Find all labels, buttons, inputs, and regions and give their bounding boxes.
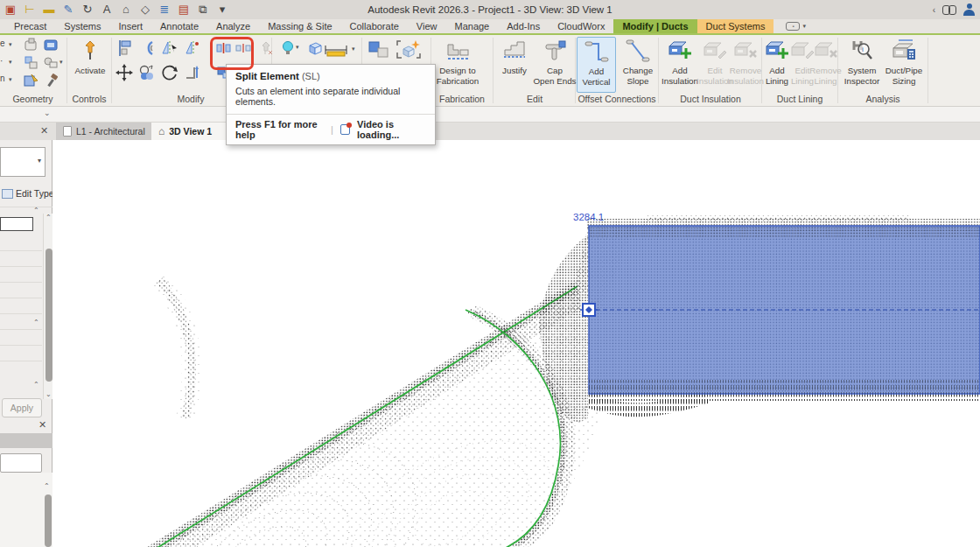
- mirror-draw-axis-icon[interactable]: [184, 39, 201, 57]
- scrollbar-thumb[interactable]: [46, 249, 52, 382]
- browser-search-input[interactable]: [0, 453, 42, 473]
- join-geometry-icon[interactable]: [42, 54, 60, 72]
- sun-settings-icon[interactable]: ◇: [138, 0, 152, 19]
- tab-add-ins[interactable]: Add-Ins: [498, 19, 549, 33]
- duct-connector-handle[interactable]: [580, 304, 598, 316]
- default-3d-view-icon[interactable]: ⌂: [119, 0, 133, 19]
- design-to-fabrication-button[interactable]: Design to Fabrication: [434, 38, 481, 92]
- selected-duct-element[interactable]: [589, 226, 980, 394]
- trim-extend-icon[interactable]: [184, 64, 201, 81]
- mirror-pick-axis-icon[interactable]: [161, 39, 178, 57]
- system-inspector-button[interactable]: i System Inspector: [842, 38, 882, 92]
- scroll-up-icon[interactable]: ⌃: [46, 214, 52, 221]
- property-value-input[interactable]: [0, 217, 33, 231]
- dropdown-caret-icon[interactable]: ▾: [9, 41, 12, 48]
- system-inspector-icon: i: [849, 38, 875, 64]
- panel-collapse-chevron-icon[interactable]: ⌄: [44, 109, 51, 117]
- duct-dimension-label[interactable]: 3284.1: [573, 212, 604, 222]
- quick-access-toolbar[interactable]: ▣ ⊢ ▬ ✎ ↻ A ⌂ ◇ ≣ ▤ ⧉ ▾: [0, 0, 229, 19]
- offset-icon[interactable]: [138, 39, 156, 57]
- tab-view[interactable]: View: [408, 19, 446, 33]
- change-slope-button[interactable]: Change Slope: [619, 38, 657, 92]
- text-icon[interactable]: A: [100, 0, 114, 19]
- tab-collaborate[interactable]: Collaborate: [341, 19, 408, 33]
- edit-type-button[interactable]: Edit Type: [2, 188, 54, 199]
- panel-label-geometry: Geometry: [0, 93, 66, 105]
- dropdown-caret-icon[interactable]: ▾: [9, 76, 12, 83]
- cut-profile-icon[interactable]: [42, 37, 60, 54]
- duct-pipe-sizing-button[interactable]: Duct/Pipe Sizing: [882, 38, 926, 92]
- add-insulation-button[interactable]: Add Insulation: [662, 38, 698, 92]
- section-collapse-icon[interactable]: ⌃: [33, 207, 39, 214]
- dropdown-caret-icon[interactable]: ▾: [352, 46, 355, 53]
- remove-insulation-button-disabled[interactable]: Remove Insulation: [729, 38, 762, 92]
- cap-open-ends-button[interactable]: Cap Open Ends: [535, 38, 575, 92]
- tab-duct-systems[interactable]: Duct Systems: [697, 19, 774, 33]
- rotate-icon[interactable]: [161, 64, 178, 81]
- search-binoculars-icon[interactable]: [942, 5, 956, 15]
- dropdown-caret-icon[interactable]: ▾: [60, 59, 63, 66]
- tab-insert[interactable]: Insert: [109, 19, 151, 33]
- tab-precast[interactable]: Precast: [5, 19, 55, 33]
- add-insulation-icon: [667, 38, 693, 64]
- unpin-icon-disabled[interactable]: [257, 39, 275, 57]
- drawing-area-3d-view[interactable]: 3284.1: [52, 140, 980, 547]
- copy-icon[interactable]: [138, 64, 156, 81]
- scroll-up-icon[interactable]: ⌃: [44, 483, 50, 490]
- undo-icon[interactable]: ↻: [80, 0, 94, 19]
- align-icon[interactable]: [116, 39, 133, 57]
- close-hidden-icon[interactable]: ▤: [177, 0, 191, 19]
- project-browser-tree[interactable]: ⌃: [0, 473, 52, 547]
- type-selector[interactable]: ▾: [0, 147, 46, 177]
- move-icon[interactable]: [116, 64, 133, 81]
- activate-button[interactable]: Activate: [70, 38, 110, 92]
- revit-window: ▣ ⊢ ▬ ✎ ↻ A ⌂ ◇ ≣ ▤ ⧉ ▾ Autodesk Revit 2…: [0, 0, 980, 547]
- button-label-line: Change: [623, 66, 653, 75]
- dropdown-caret-icon[interactable]: ▾: [9, 59, 12, 66]
- edit-boundary-icon[interactable]: [23, 72, 40, 89]
- section-collapse-icon[interactable]: ⌃: [33, 382, 39, 389]
- pin-measure-icon[interactable]: ⊢: [23, 0, 37, 19]
- add-lining-button[interactable]: Add Lining: [764, 38, 790, 92]
- dimension-icon[interactable]: ▬: [42, 0, 56, 19]
- tab-annotate[interactable]: Annotate: [151, 19, 207, 33]
- section-box-icon[interactable]: ⧉: [196, 0, 210, 19]
- 3d-box-icon[interactable]: [306, 39, 324, 57]
- ribbon-display-toggle[interactable]: ▪ ▾: [786, 19, 806, 33]
- measure-icon[interactable]: [324, 41, 348, 59]
- tab-cloudworx[interactable]: CloudWorx: [549, 19, 613, 33]
- tab-systems[interactable]: Systems: [55, 19, 109, 33]
- button-label-line: Remove: [809, 66, 841, 75]
- properties-scrollbar[interactable]: ⌃ ⌄: [43, 214, 52, 399]
- lightbulb-icon[interactable]: [280, 39, 298, 57]
- tab-manage[interactable]: Manage: [445, 19, 498, 33]
- account-person-icon[interactable]: [963, 4, 975, 16]
- edit-insulation-button-disabled[interactable]: Edit Insulation: [699, 38, 731, 92]
- tab-modify-ducts[interactable]: Modify | Ducts: [613, 19, 696, 33]
- create-cubes-icon[interactable]: [368, 39, 390, 56]
- view-tab-label: 3D View 1: [169, 126, 212, 137]
- qat-customize-caret-icon[interactable]: ▾: [215, 0, 229, 19]
- coping-icon[interactable]: [23, 54, 40, 72]
- tab-analyze[interactable]: Analyze: [207, 19, 259, 33]
- project-browser-header[interactable]: [0, 433, 52, 448]
- tab-massing-site[interactable]: Massing & Site: [259, 19, 340, 33]
- scroll-down-icon[interactable]: ⌄: [46, 391, 52, 398]
- dropdown-caret-icon[interactable]: ▾: [296, 44, 299, 51]
- demolish-hammer-icon[interactable]: [44, 72, 61, 89]
- add-vertical-button[interactable]: Add Vertical: [577, 37, 616, 93]
- collapse-arrow-icon[interactable]: ‹: [933, 5, 935, 15]
- scrollbar-thumb[interactable]: [45, 494, 52, 547]
- tag-icon[interactable]: ✎: [61, 0, 75, 19]
- remove-lining-button-disabled[interactable]: Remove Lining: [814, 38, 837, 92]
- visibility-list-icon[interactable]: ≣: [158, 0, 172, 19]
- paste-icon[interactable]: [23, 37, 40, 54]
- justify-button[interactable]: Justify: [496, 38, 533, 92]
- view-tab-l1-architectural[interactable]: L1 - Architectural: [56, 123, 153, 140]
- section-collapse-icon[interactable]: ⌃: [33, 319, 39, 326]
- palette-close-icon[interactable]: ✕: [38, 420, 46, 430]
- properties-close-icon[interactable]: ✕: [40, 126, 48, 136]
- apply-button[interactable]: Apply: [2, 398, 42, 417]
- create-group-icon[interactable]: [396, 39, 422, 56]
- file-icon[interactable]: ▣: [4, 0, 18, 19]
